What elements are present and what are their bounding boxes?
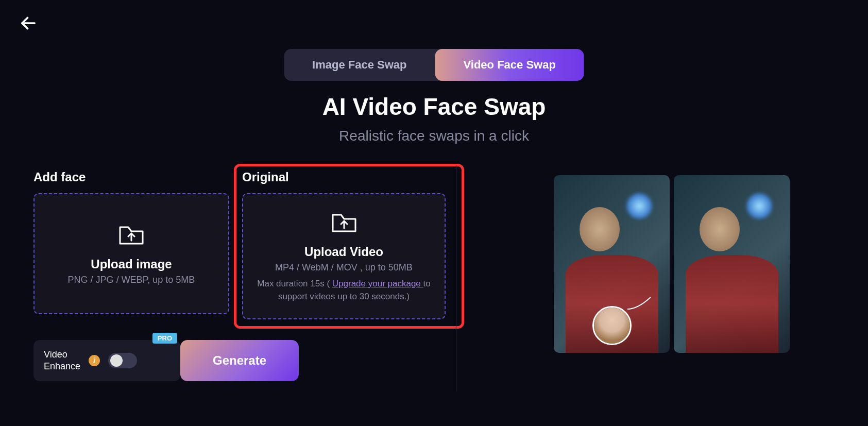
connector-line-icon: [627, 296, 653, 312]
face-avatar: [592, 306, 632, 345]
page-title: AI Video Face Swap: [0, 93, 868, 121]
detail-prefix: Max duration 15s (: [257, 279, 332, 288]
upload-video-detail: Max duration 15s ( Upgrade your package …: [253, 277, 434, 303]
upload-image-subtitle: PNG / JPG / WEBP, up to 5MB: [68, 275, 195, 285]
upload-video-title: Upload Video: [304, 245, 383, 259]
add-face-label: Add face: [33, 170, 86, 184]
upgrade-package-link[interactable]: Upgrade your package: [332, 279, 423, 288]
example-images: [554, 175, 790, 353]
video-enhance-panel: PRO Video Enhance i: [33, 340, 180, 381]
tabs-container: Image Face Swap Video Face Swap: [284, 49, 584, 81]
video-enhance-label: Video Enhance: [44, 349, 80, 373]
info-icon[interactable]: i: [89, 355, 100, 366]
page-subtitle: Realistic face swaps in a click: [0, 128, 868, 144]
example-swapped-image: [674, 175, 790, 353]
upload-video-subtitle: MP4 / WebM / MOV , up to 50MB: [275, 262, 413, 273]
upload-video-box[interactable]: Upload Video MP4 / WebM / MOV , up to 50…: [242, 193, 446, 319]
upload-folder-icon: [330, 210, 359, 237]
tab-image-face-swap[interactable]: Image Face Swap: [284, 49, 435, 81]
arrow-left-icon: [19, 14, 38, 32]
tab-video-face-swap[interactable]: Video Face Swap: [435, 49, 584, 81]
original-label: Original: [242, 170, 289, 184]
upload-folder-icon: [117, 222, 146, 250]
divider: [456, 165, 456, 391]
video-enhance-toggle[interactable]: [108, 353, 137, 368]
toggle-knob: [110, 354, 123, 367]
pro-badge: PRO: [152, 333, 177, 344]
upload-image-title: Upload image: [91, 257, 172, 271]
upload-image-box[interactable]: Upload image PNG / JPG / WEBP, up to 5MB: [33, 193, 229, 314]
back-button[interactable]: [18, 13, 39, 33]
generate-button[interactable]: Generate: [180, 340, 299, 381]
example-original-image: [554, 175, 670, 353]
